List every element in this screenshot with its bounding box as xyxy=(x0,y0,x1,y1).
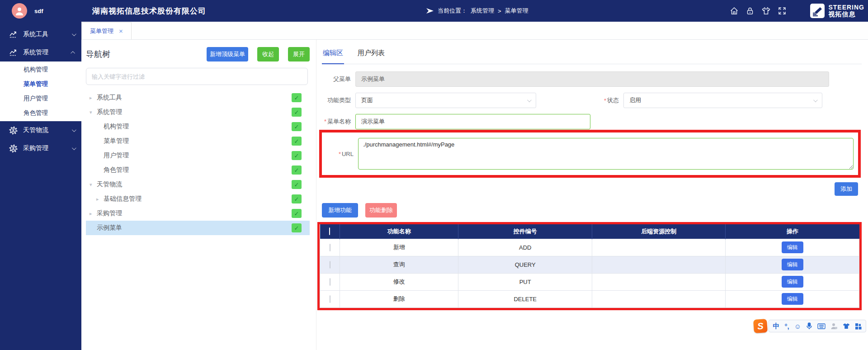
cell-func-name: 修改 xyxy=(340,273,458,290)
table-header-row: 功能名称 控件编号 后端资源控制 操作 xyxy=(320,224,859,239)
toolbox-grid-icon[interactable] xyxy=(855,323,862,330)
close-icon[interactable]: × xyxy=(119,27,123,35)
tree-item-base-info-mgmt[interactable]: ▸ 基础信息管理 ✓ xyxy=(86,192,310,206)
sidebar-subitem-role-mgmt[interactable]: 角色管理 xyxy=(0,106,81,120)
tree-filter-input[interactable] xyxy=(86,68,308,85)
sidebar-subitem-org-mgmt[interactable]: 机构管理 xyxy=(0,62,81,77)
tree-item-user-mgmt[interactable]: 用户管理 ✓ xyxy=(86,148,310,163)
status-value: 启用 xyxy=(629,96,641,104)
edit-button[interactable]: 编辑 xyxy=(782,293,803,305)
tab-edit-area[interactable]: 编辑区 xyxy=(322,43,344,64)
tab-menu-mgmt[interactable]: 菜单管理 × xyxy=(81,22,132,39)
sogou-logo-icon[interactable]: S xyxy=(753,319,767,333)
brand-name-en: STEERING xyxy=(828,4,864,11)
cell-func-name: 新增 xyxy=(340,239,458,256)
breadcrumb-item-menu[interactable]: 菜单管理 xyxy=(505,7,528,15)
add-button[interactable]: 添加 xyxy=(835,182,858,196)
check-icon[interactable]: ✓ xyxy=(292,209,302,218)
caret-icon[interactable]: ▾ xyxy=(90,109,97,115)
emoji-icon[interactable]: ☺ xyxy=(794,322,801,330)
tree-item-system-mgmt[interactable]: ▾ 系统管理 ✓ xyxy=(86,105,310,119)
ime-punctuation[interactable]: °, xyxy=(785,322,789,330)
row-checkbox[interactable] xyxy=(330,295,330,303)
tree-item-label: 天管物流 xyxy=(97,180,122,189)
check-icon[interactable]: ✓ xyxy=(292,166,302,175)
status-label: 状态 xyxy=(607,96,619,104)
function-toolbar: 新增功能 功能删除 xyxy=(322,203,862,218)
edit-button[interactable]: 编辑 xyxy=(782,276,803,288)
edit-button[interactable]: 编辑 xyxy=(782,259,803,270)
function-type-select[interactable]: 页面 xyxy=(355,93,536,108)
sidebar-subitem-menu-mgmt[interactable]: 菜单管理 xyxy=(0,77,81,91)
fullscreen-icon[interactable] xyxy=(778,6,787,15)
tree-header: 导航树 新增顶级菜单 收起 展开 xyxy=(86,44,310,64)
row-checkbox[interactable] xyxy=(330,244,330,251)
breadcrumb-arrow-icon xyxy=(426,8,434,14)
subitem-label: 机构管理 xyxy=(24,66,48,74)
brand-logo-mark-icon xyxy=(810,4,825,18)
tree-item-system-tools[interactable]: ▸ 系统工具 ✓ xyxy=(86,90,310,105)
function-table: 功能名称 控件编号 后端资源控制 操作 新增 ADD xyxy=(320,224,859,308)
chevron-down-icon xyxy=(527,98,532,102)
tree-item-purchase[interactable]: ▸ 采购管理 ✓ xyxy=(86,206,310,221)
menu-name-field[interactable] xyxy=(355,114,590,129)
edit-button[interactable]: 编辑 xyxy=(782,241,803,253)
sidebar-item-logistics[interactable]: 天管物流 xyxy=(0,121,81,139)
tab-bar: 菜单管理 × xyxy=(81,22,868,40)
tree-item-label: 系统管理 xyxy=(97,108,122,116)
form-row-name: *菜单名称 xyxy=(322,114,862,129)
check-icon[interactable]: ✓ xyxy=(292,122,302,131)
ime-mode-chinese[interactable]: 中 xyxy=(773,322,780,331)
sidebar-item-system-mgmt[interactable]: 系统管理 xyxy=(0,43,81,61)
chart-icon xyxy=(9,48,18,57)
row-checkbox[interactable] xyxy=(330,278,330,286)
home-icon[interactable] xyxy=(730,6,739,15)
chevron-up-icon xyxy=(71,51,75,55)
breadcrumb-separator: > xyxy=(498,8,501,14)
row-checkbox[interactable] xyxy=(330,261,330,269)
tree-filter xyxy=(86,68,308,85)
tree-item-logistics[interactable]: ▾ 天管物流 ✓ xyxy=(86,177,310,192)
caret-icon[interactable]: ▾ xyxy=(90,182,97,188)
url-field[interactable]: ./purchmanagement.html#/myPage xyxy=(358,138,854,170)
add-function-button[interactable]: 新增功能 xyxy=(322,203,358,218)
tree-item-menu-mgmt[interactable]: 菜单管理 ✓ xyxy=(86,134,310,148)
avatar[interactable] xyxy=(12,3,27,19)
collapse-button[interactable]: 收起 xyxy=(257,47,279,61)
cell-control-code: DELETE xyxy=(458,290,592,307)
breadcrumb-item-system[interactable]: 系统管理 xyxy=(471,7,494,15)
sidebar-item-label: 采购管理 xyxy=(23,144,48,152)
caret-icon[interactable]: ▸ xyxy=(90,95,97,101)
sidebar-item-purchase[interactable]: 采购管理 xyxy=(0,139,81,157)
select-all-checkbox[interactable] xyxy=(329,227,330,235)
status-select[interactable]: 启用 xyxy=(623,93,822,108)
check-icon[interactable]: ✓ xyxy=(292,93,302,102)
check-icon[interactable]: ✓ xyxy=(292,108,302,117)
check-icon[interactable]: ✓ xyxy=(292,137,302,146)
user-center-icon[interactable] xyxy=(830,323,838,330)
tree-item-org-mgmt[interactable]: 机构管理 ✓ xyxy=(86,119,310,134)
tree-item-role-mgmt[interactable]: 角色管理 ✓ xyxy=(86,163,310,177)
theme-shirt-icon[interactable] xyxy=(761,6,771,15)
caret-icon[interactable]: ▸ xyxy=(96,196,104,202)
lock-icon[interactable] xyxy=(745,6,755,15)
skin-shirt-icon[interactable] xyxy=(843,323,850,329)
check-icon[interactable]: ✓ xyxy=(292,194,302,203)
menu-name-label-text: 菜单名称 xyxy=(327,118,351,125)
brand-logo: STEERING 视拓信息 xyxy=(810,0,864,22)
caret-icon[interactable]: ▸ xyxy=(90,211,97,217)
check-icon[interactable]: ✓ xyxy=(292,180,302,189)
add-row: 添加 xyxy=(322,182,858,196)
keyboard-icon[interactable] xyxy=(817,323,826,329)
check-icon[interactable]: ✓ xyxy=(292,223,302,232)
sidebar-subitem-user-mgmt[interactable]: 用户管理 xyxy=(0,91,81,106)
microphone-icon[interactable] xyxy=(806,322,812,330)
ime-pill: 中 °, ☺ xyxy=(769,320,867,332)
delete-function-button[interactable]: 功能删除 xyxy=(365,203,397,218)
tab-user-list[interactable]: 用户列表 xyxy=(357,43,386,64)
add-top-menu-button[interactable]: 新增顶级菜单 xyxy=(207,47,248,61)
sidebar-item-system-tools[interactable]: 系统工具 xyxy=(0,25,81,43)
expand-button[interactable]: 展开 xyxy=(288,47,310,61)
tree-item-example-menu[interactable]: 示例菜单 ✓ xyxy=(86,221,310,235)
check-icon[interactable]: ✓ xyxy=(292,151,302,160)
